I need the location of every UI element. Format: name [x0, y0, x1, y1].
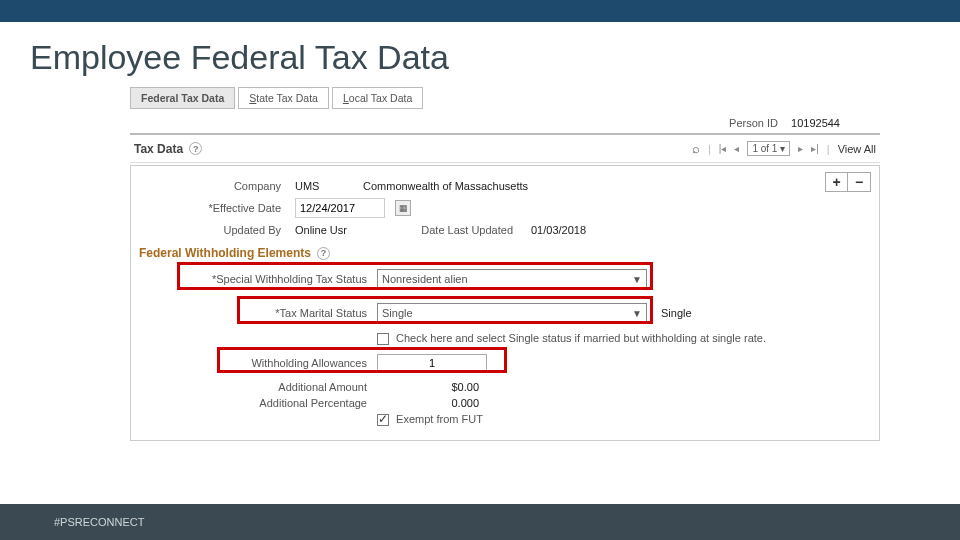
additional-amount-label: Additional Amount [177, 381, 377, 393]
app-panel: Federal Tax Data State Tax Data Local Ta… [130, 87, 880, 441]
additional-amount-value: $0.00 [377, 381, 487, 393]
person-id-row: Person ID 10192544 [130, 113, 880, 133]
help-icon[interactable]: ? [317, 247, 330, 260]
tax-marital-status-select[interactable]: Single ▼ [377, 303, 647, 323]
withholding-allowances-input[interactable] [377, 354, 487, 372]
federal-withholding-title: Federal Withholding Elements [139, 246, 311, 260]
chevron-down-icon: ▼ [632, 308, 642, 319]
withholding-fields: Special Withholding Tax Status Nonreside… [177, 264, 873, 426]
pager-prev-icon[interactable]: ◂ [734, 143, 739, 154]
tab-local-tax-data[interactable]: Local Tax Data [332, 87, 423, 109]
exempt-fut-label: Exempt from FUT [396, 413, 483, 425]
view-all-link[interactable]: View All [838, 143, 876, 155]
updated-by-value: Online Usr [295, 224, 395, 236]
company-label: Company [137, 180, 287, 192]
pager-last-icon[interactable]: ▸| [811, 143, 819, 154]
pager-next-icon[interactable]: ▸ [798, 143, 803, 154]
effective-date-input[interactable] [295, 198, 385, 218]
tab-strip: Federal Tax Data State Tax Data Local Ta… [130, 87, 880, 109]
tab-federal-tax-data[interactable]: Federal Tax Data [130, 87, 235, 109]
section-title: Tax Data [134, 142, 183, 156]
add-row-button[interactable]: + [826, 173, 848, 191]
company-value: UMS [295, 180, 355, 192]
updated-by-label: Updated By [137, 224, 287, 236]
remove-row-button[interactable]: − [848, 173, 870, 191]
date-last-updated-value: 01/03/2018 [531, 224, 586, 236]
person-id-label: Person ID [729, 117, 778, 129]
pager-range-select[interactable]: 1 of 1 ▾ [747, 141, 790, 156]
exempt-fut-checkbox[interactable] [377, 414, 389, 426]
pager-first-icon[interactable]: |◂ [719, 143, 727, 154]
tax-data-section-header: Tax Data ? ⌕ | |◂ ◂ 1 of 1 ▾ ▸ ▸| | View… [130, 133, 880, 163]
effective-date-label: Effective Date [137, 202, 287, 214]
chevron-down-icon: ▼ [632, 274, 642, 285]
federal-withholding-header: Federal Withholding Elements ? [139, 246, 873, 260]
special-withholding-status-select[interactable]: Nonresident alien ▼ [377, 269, 647, 289]
calendar-icon[interactable]: ▦ [395, 200, 411, 216]
row-add-remove: + − [825, 172, 871, 192]
page-title: Employee Federal Tax Data [0, 22, 960, 87]
help-icon[interactable]: ? [189, 142, 202, 155]
company-description: Commonwealth of Massachusetts [363, 180, 528, 192]
slide-footer: #PSRECONNECT [0, 504, 960, 540]
person-id-value: 10192544 [791, 117, 840, 129]
grid-pager: ⌕ | |◂ ◂ 1 of 1 ▾ ▸ ▸| | View All [692, 141, 876, 156]
tab-state-label: tate Tax Data [256, 92, 318, 104]
withholding-allowances-label: Withholding Allowances [177, 357, 377, 369]
single-rate-note: Check here and select Single status if m… [396, 332, 766, 344]
date-last-updated-label: Date Last Updated [403, 224, 523, 236]
search-icon[interactable]: ⌕ [692, 141, 700, 156]
tax-marital-status-value: Single [382, 307, 413, 319]
tax-marital-status-label: Tax Marital Status [177, 307, 377, 319]
top-accent-bar [0, 0, 960, 22]
tax-data-form: + − Company UMS Commonwealth of Massachu… [130, 165, 880, 441]
pager-divider-2: | [827, 143, 830, 155]
pager-divider: | [708, 143, 711, 155]
special-withholding-status-label: Special Withholding Tax Status [177, 273, 377, 285]
additional-percentage-label: Additional Percentage [177, 397, 377, 409]
tab-state-tax-data[interactable]: State Tax Data [238, 87, 329, 109]
additional-percentage-value: 0.000 [377, 397, 487, 409]
footer-hashtag: #PSRECONNECT [54, 516, 144, 528]
special-withholding-status-value: Nonresident alien [382, 273, 468, 285]
single-rate-checkbox[interactable] [377, 333, 389, 345]
tax-marital-status-side-text: Single [661, 307, 692, 319]
tab-local-label: ocal Tax Data [349, 92, 412, 104]
